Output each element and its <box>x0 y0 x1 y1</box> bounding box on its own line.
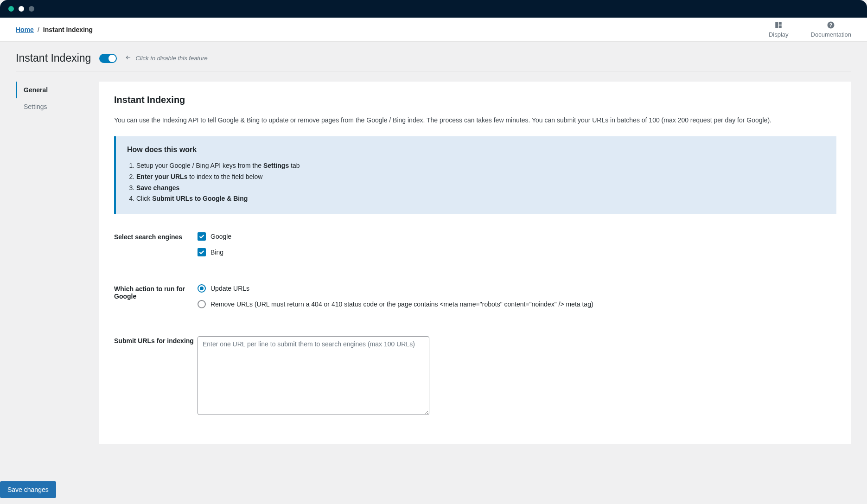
documentation-button[interactable]: ? Documentation <box>811 21 851 38</box>
svg-rect-1 <box>779 22 782 25</box>
svg-rect-2 <box>779 26 782 28</box>
panel-description: You can use the Indexing API to tell Goo… <box>114 115 836 125</box>
svg-rect-0 <box>775 22 778 28</box>
google-checkbox-label: Google <box>210 233 231 240</box>
submit-urls-label: Submit URLs for indexing <box>114 336 198 345</box>
display-label: Display <box>769 31 789 38</box>
how-it-works-callout: How does this work Setup your Google / B… <box>114 136 836 214</box>
page-title: Instant Indexing <box>16 52 91 64</box>
window-dot-white <box>19 6 24 12</box>
window-dot-gray <box>29 6 34 12</box>
update-urls-radio[interactable] <box>198 284 206 293</box>
callout-step-3: Save changes <box>136 183 825 194</box>
action-label: Which action to run for Google <box>114 284 198 300</box>
save-changes-button[interactable]: Save changes <box>0 481 56 498</box>
check-icon <box>199 250 204 255</box>
breadcrumb: Home / Instant Indexing <box>16 26 93 33</box>
remove-urls-radio[interactable] <box>198 300 206 308</box>
callout-step-4: Click Submit URLs to Google & Bing <box>136 193 825 204</box>
panel-title: Instant Indexing <box>114 95 836 105</box>
documentation-label: Documentation <box>811 31 851 38</box>
display-icon <box>774 21 783 29</box>
breadcrumb-separator: / <box>38 26 39 33</box>
search-engines-label: Select search engines <box>114 232 198 241</box>
window-titlebar <box>0 0 867 18</box>
window-dot-green <box>8 6 14 12</box>
urls-textarea[interactable] <box>198 336 429 415</box>
google-checkbox[interactable] <box>198 232 206 241</box>
sub-navigation: General Settings <box>16 82 99 115</box>
breadcrumb-home-link[interactable]: Home <box>16 26 34 33</box>
toggle-hint-text: Click to disable this feature <box>135 55 207 62</box>
check-icon <box>199 234 204 239</box>
arrow-left-icon <box>125 54 132 62</box>
breadcrumb-current: Instant Indexing <box>43 26 93 33</box>
bing-checkbox-label: Bing <box>210 249 223 256</box>
tab-settings[interactable]: Settings <box>16 98 99 115</box>
help-icon: ? <box>827 21 835 29</box>
update-urls-radio-label: Update URLs <box>210 285 249 292</box>
callout-step-2: Enter your URLs to index to the field be… <box>136 172 825 183</box>
svg-text:?: ? <box>829 22 832 28</box>
callout-title: How does this work <box>127 146 825 154</box>
display-button[interactable]: Display <box>769 21 789 38</box>
tab-general[interactable]: General <box>16 82 99 98</box>
feature-toggle[interactable] <box>99 54 117 63</box>
bing-checkbox[interactable] <box>198 248 206 256</box>
remove-urls-radio-label: Remove URLs (URL must return a 404 or 41… <box>210 300 593 308</box>
callout-step-1: Setup your Google / Bing API keys from t… <box>136 160 825 172</box>
